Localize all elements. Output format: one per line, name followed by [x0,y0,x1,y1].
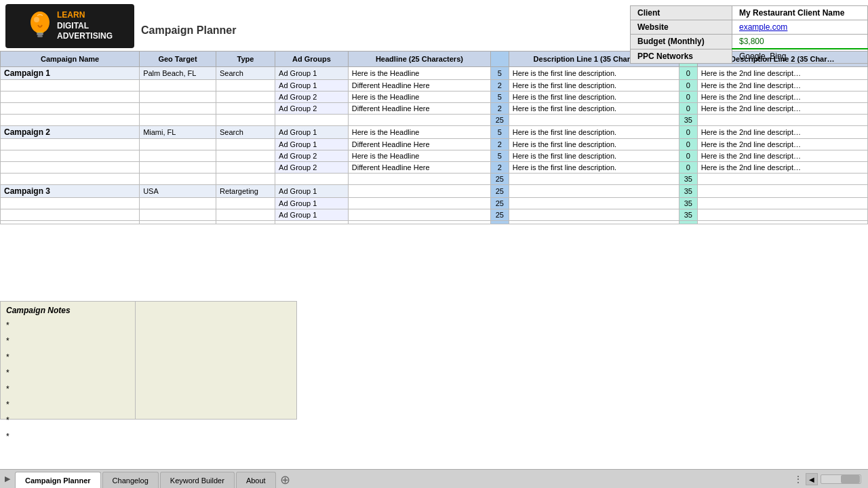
cell-geo [140,103,216,115]
cell-desc1: Here is the first line description. [509,80,679,92]
cell-campaign [1,221,140,224]
tab-nav-left[interactable]: ▶ [0,469,15,488]
client-value: My Restaurant Client Name [732,6,868,20]
tab-campaign-planner[interactable]: Campaign Planner [15,472,101,488]
cell-adgroup: Ad Group 1 [275,80,349,92]
cell-type [216,209,275,221]
cell-headline: Different Headline Here [348,139,490,150]
cell-headline: Here is the Headline [348,67,490,80]
cell-campaign: Campaign 2 [1,126,140,139]
col-header-type: Type [216,52,275,67]
cell-adgroup: Ad Group 2 [275,103,349,115]
cell-adgroup: Ad Group 1 [275,209,349,221]
main-table: Campaign Name Geo Target Type Ad Groups … [0,51,868,224]
cell-desc2 [697,185,867,198]
cell-campaign [1,115,140,126]
cell-desc1 [509,209,679,221]
cell-desc1: Here is the first line description. [509,150,679,162]
cell-hcount: 5 [491,126,509,139]
col-header-headline: Headline (25 Characters) [348,52,490,67]
notes-content[interactable] [136,301,297,420]
add-tab-button[interactable]: ⊕ [277,472,294,488]
cell-geo: Miami, FL [140,126,216,139]
cell-desc2: Here is the 2nd line descript… [697,67,867,80]
scrollbar-track[interactable] [821,474,861,484]
cell-hcount [491,221,509,224]
table-row: Campaign 1Palm Beach, FLSearchAd Group 1… [1,67,868,80]
cell-headline: Different Headline Here [348,162,490,174]
page-title: Campaign Planner [141,24,236,36]
cell-hcount: 2 [491,103,509,115]
cell-geo [140,162,216,174]
scroll-left-btn[interactable]: ◀ [806,473,818,485]
cell-type [216,139,275,150]
cell-hcount: 25 [491,185,509,198]
cell-headline: Here is the Headline [348,126,490,139]
budget-label: Budget (Monthly) [631,35,732,49]
cell-geo [140,174,216,185]
cell-type: Search [216,67,275,80]
cell-hcount: 25 [491,209,509,221]
cell-headline: Here is the Headline [348,92,490,103]
cell-geo: USA [140,185,216,198]
cell-adgroup [275,115,349,126]
cell-desc2 [697,115,867,126]
table-row: 2535 [1,115,868,126]
cell-d1count: 0 [679,162,697,174]
options-icon[interactable]: ⋮ [793,474,803,485]
col-header-campaign: Campaign Name [1,52,140,67]
cell-hcount: 2 [491,80,509,92]
cell-headline [348,174,490,185]
cell-desc1 [509,115,679,126]
cell-geo [140,92,216,103]
tab-about[interactable]: About [236,472,276,488]
cell-adgroup: Ad Group 1 [275,198,349,209]
cell-desc2 [697,221,867,224]
table-row: Ad Group 12535 [1,209,868,221]
cell-geo: Palm Beach, FL [140,67,216,80]
tab-keyword-builder[interactable]: Keyword Builder [160,472,235,488]
scrollbar-thumb[interactable] [841,475,860,483]
cell-campaign [1,162,140,174]
cell-headline [348,185,490,198]
cell-adgroup: Ad Group 1 [275,185,349,198]
cell-desc1: Here is the first line description. [509,126,679,139]
cell-desc1: Here is the first line description. [509,92,679,103]
logo: LEARN DIGITAL ADVERTISING [5,4,134,48]
cell-desc2 [697,174,867,185]
tab-right-controls: ⋮ ◀ [793,473,861,485]
cell-desc1: Here is the first line description. [509,139,679,150]
cell-campaign [1,139,140,150]
table-row: Ad Group 12535 [1,198,868,209]
table-row: Ad Group 2Here is the Headline5Here is t… [1,150,868,162]
tab-changelog[interactable]: Changelog [102,472,159,488]
cell-d1count: 35 [679,209,697,221]
client-label: Client [631,6,732,20]
table-row: Ad Group 1Different Headline Here2Here i… [1,139,868,150]
cell-headline: Here is the Headline [348,150,490,162]
cell-type [216,174,275,185]
cell-d1count: 0 [679,150,697,162]
table-row: Ad Group 2Different Headline Here2Here i… [1,103,868,115]
cell-hcount: 25 [491,174,509,185]
cell-d1count: 0 [679,103,697,115]
cell-d1count: 0 [679,67,697,80]
cell-d1count: 0 [679,139,697,150]
cell-desc1 [509,221,679,224]
cell-hcount: 5 [491,92,509,103]
spreadsheet-area[interactable]: Campaign Name Geo Target Type Ad Groups … [0,51,868,298]
cell-campaign [1,174,140,185]
notes-extra [297,301,868,420]
svg-point-3 [34,17,39,22]
cell-campaign [1,150,140,162]
cell-adgroup [275,174,349,185]
cell-headline [348,209,490,221]
ppc-label: PPC Networks [631,49,732,64]
tab-bar: ▶ Campaign Planner Changelog Keyword Bui… [0,469,868,488]
cell-hcount: 5 [491,150,509,162]
col-header-adgroups: Ad Groups [275,52,349,67]
cell-campaign: Campaign 1 [1,67,140,80]
cell-d1count: 0 [679,92,697,103]
cell-desc1 [509,174,679,185]
cell-hcount: 25 [491,115,509,126]
